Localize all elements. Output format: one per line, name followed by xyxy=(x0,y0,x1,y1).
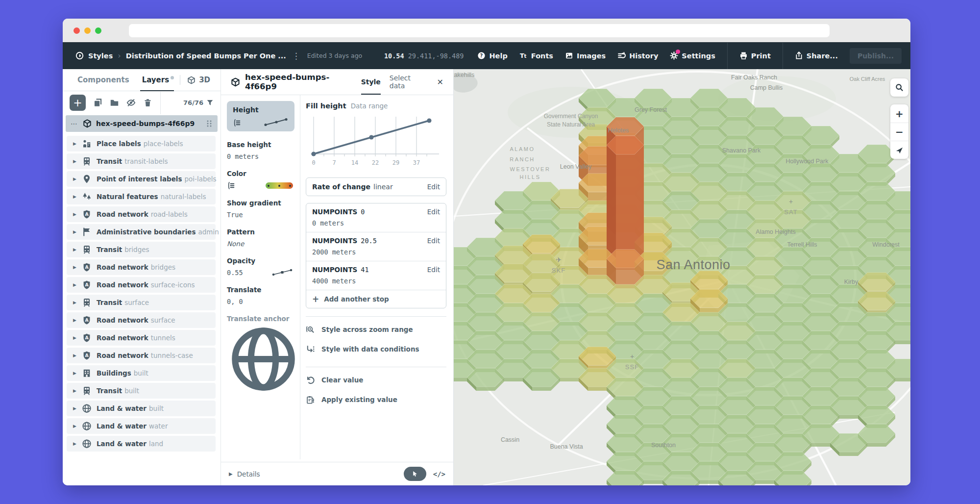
stop-row-1[interactable]: NUMPOINTS20.5Edit2000 meters xyxy=(306,232,446,261)
hide-layer-icon[interactable] xyxy=(126,98,136,107)
stop-row-0[interactable]: NUMPOINTS0Edit0 meters xyxy=(306,203,446,232)
add-another-stop-button[interactable]: +Add another stop xyxy=(306,290,446,308)
layer-row-bridges[interactable]: ▶Transitbridges xyxy=(67,242,216,257)
action-style-across-zoom-range[interactable]: Style across zoom range xyxy=(306,320,446,339)
property-pattern[interactable]: Pattern None xyxy=(227,228,300,248)
minimize-window-button[interactable] xyxy=(84,27,91,34)
layer-sublabel: poi-labels xyxy=(184,175,216,183)
expand-caret-icon[interactable]: ▶ xyxy=(73,229,82,234)
stop-edit-link[interactable]: Edit xyxy=(427,266,440,274)
expand-caret-icon[interactable]: ▶ xyxy=(73,388,82,393)
tab-select-data[interactable]: Select data xyxy=(390,74,428,90)
tab-components[interactable]: Components xyxy=(77,76,129,84)
maximize-window-button[interactable] xyxy=(95,27,101,34)
hexbin-3d-layer xyxy=(454,69,910,485)
action-clear-value[interactable]: Clear value xyxy=(306,370,446,390)
layer-row-built[interactable]: ▶Transitbuilt xyxy=(67,383,216,399)
expand-caret-icon[interactable]: ▶ xyxy=(73,335,82,340)
property-show-gradient[interactable]: Show gradient True xyxy=(227,199,300,219)
tab-layers[interactable]: Layers xyxy=(142,76,170,84)
expand-caret-icon[interactable]: ▶ xyxy=(73,353,82,358)
expand-caret-icon[interactable]: ▶ xyxy=(73,282,82,287)
settings-button[interactable]: Settings xyxy=(670,51,715,60)
expand-caret-icon[interactable]: ▶ xyxy=(73,176,82,181)
property-height[interactable]: Height xyxy=(227,101,294,131)
property-color[interactable]: Color xyxy=(227,170,300,190)
layer-row-bridges[interactable]: ▶ARoad networkbridges xyxy=(67,259,216,275)
style-title[interactable]: Distribution of Speed Bumps Per One ... xyxy=(126,52,286,60)
share-label: Share... xyxy=(807,52,838,60)
map-canvas[interactable]: LakehillsFair Oaks RanchOak Cliff AcresC… xyxy=(454,69,910,485)
expand-caret-icon[interactable]: ▶ xyxy=(73,300,82,305)
expand-caret-icon[interactable]: ▶ xyxy=(73,194,82,199)
stop-row-2[interactable]: NUMPOINTS41Edit4000 meters xyxy=(306,261,446,290)
duplicate-layer-icon[interactable] xyxy=(93,98,102,107)
address-bar[interactable] xyxy=(129,24,830,37)
expand-caret-icon[interactable]: ▶ xyxy=(73,212,82,217)
action-apply-existing-value[interactable]: Apply existing value xyxy=(306,390,446,409)
layer-row-water[interactable]: ▶Land & waterwater xyxy=(67,418,216,434)
expand-caret-icon[interactable]: ▶ xyxy=(73,159,82,164)
delete-layer-icon[interactable] xyxy=(143,98,152,107)
style-menu-button[interactable]: ⋮ xyxy=(292,51,300,61)
layer-row-tunnels-case[interactable]: ▶ARoad networktunnels-case xyxy=(67,348,216,363)
compass-bearing-button[interactable] xyxy=(890,141,908,159)
group-folder-icon[interactable] xyxy=(110,98,119,107)
more-options-icon[interactable]: ⋯ xyxy=(71,120,78,127)
expand-caret-icon[interactable]: ▶ xyxy=(73,141,82,146)
stop-edit-link[interactable]: Edit xyxy=(427,237,440,245)
stop-edit-link[interactable]: Edit xyxy=(427,208,440,216)
layer-row-tunnels[interactable]: ▶ARoad networktunnels xyxy=(67,330,216,346)
publish-button[interactable]: Publish... xyxy=(850,48,902,64)
rate-edit-link[interactable]: Edit xyxy=(427,183,440,191)
property-opacity[interactable]: Opacity 0.55 xyxy=(227,257,300,277)
layer-row-surface-icons[interactable]: ▶ARoad networksurface-icons xyxy=(67,277,216,293)
help-button[interactable]: ? Help xyxy=(477,51,507,60)
expand-caret-icon[interactable]: ▶ xyxy=(73,371,82,376)
action-style-with-data-conditions[interactable]: Style with data conditions xyxy=(306,339,446,359)
layer-row-built[interactable]: ▶Land & waterbuilt xyxy=(67,401,216,416)
layer-row-surface[interactable]: ▶Transitsurface xyxy=(67,295,216,310)
expand-caret-icon[interactable]: ▶ xyxy=(73,318,82,323)
expand-caret-icon[interactable]: ▶ xyxy=(73,265,82,270)
select-mode-button[interactable] xyxy=(404,467,426,481)
property-translate-anchor[interactable]: Translate anchor xyxy=(227,315,300,398)
toggle-3d[interactable]: 3D xyxy=(187,76,210,84)
selected-layer-row[interactable]: ⋯ hex-speed-bumps-4f66p9 xyxy=(66,115,218,132)
layer-counter[interactable]: 76/76 xyxy=(183,99,214,106)
zoom-in-button[interactable]: + xyxy=(890,104,908,123)
layer-row-poi-labels[interactable]: ▶Point of interest labelspoi-labels xyxy=(67,171,216,187)
history-button[interactable]: History xyxy=(617,51,658,60)
property-base-height[interactable]: Base height 0 meters xyxy=(227,141,300,160)
layer-row-admin[interactable]: ▶Administrative boundariesadmin xyxy=(67,224,216,240)
tab-style[interactable]: Style xyxy=(361,78,381,86)
stop-property: NUMPOINTS xyxy=(312,208,357,216)
zoom-out-button[interactable]: − xyxy=(890,123,908,141)
layer-row-built[interactable]: ▶Buildingsbuilt xyxy=(67,365,216,381)
code-view-icon[interactable]: </> xyxy=(433,470,445,478)
property-translate[interactable]: Translate 0, 0 xyxy=(227,286,300,305)
layer-row-place-labels[interactable]: ▶Place labelsplace-labels xyxy=(67,136,216,151)
layer-row-surface[interactable]: ▶ARoad networksurface xyxy=(67,312,216,328)
details-toggle[interactable]: Details xyxy=(237,470,260,478)
images-button[interactable]: Images xyxy=(565,51,606,60)
drag-handle-icon[interactable] xyxy=(206,120,213,127)
close-window-button[interactable] xyxy=(74,27,80,34)
rate-of-change-row[interactable]: Rate of change linear Edit xyxy=(306,177,446,196)
close-panel-icon[interactable]: ✕ xyxy=(437,77,443,87)
layer-row-road-labels[interactable]: ▶ARoad networkroad-labels xyxy=(67,206,216,222)
fonts-button[interactable]: Tt Fonts xyxy=(519,51,553,60)
expand-caret-icon[interactable]: ▶ xyxy=(73,406,82,411)
expand-caret-icon[interactable]: ▶ xyxy=(73,424,82,428)
layer-row-transit-labels[interactable]: ▶Transittransit-labels xyxy=(67,153,216,169)
layer-row-natural-labels[interactable]: ▶Natural featuresnatural-labels xyxy=(67,189,216,204)
breadcrumb-styles[interactable]: Styles xyxy=(88,52,113,60)
share-button[interactable]: Share... xyxy=(795,51,838,60)
print-button[interactable]: Print xyxy=(739,51,771,60)
expand-caret-icon[interactable]: ▶ xyxy=(73,441,82,446)
data-range-chart[interactable]: 0714222937 xyxy=(306,112,446,173)
layer-row-land[interactable]: ▶Land & waterland xyxy=(67,436,216,452)
add-layer-button[interactable]: + xyxy=(70,95,86,111)
expand-caret-icon[interactable]: ▶ xyxy=(73,247,82,252)
map-search-button[interactable] xyxy=(890,78,908,97)
